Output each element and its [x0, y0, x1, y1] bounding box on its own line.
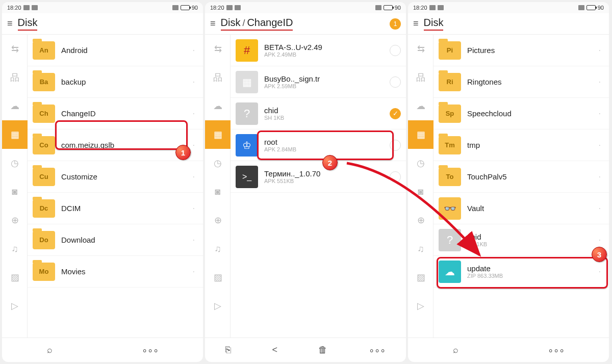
list-row[interactable]: 👓Vault·: [434, 193, 609, 224]
rail-video-icon[interactable]: ▷: [2, 292, 28, 320]
list-row[interactable]: Tmtmp·: [434, 129, 609, 161]
status-bar: 18:20 90: [205, 2, 406, 13]
rail-network-icon[interactable]: 品: [2, 63, 28, 92]
more-menu-icon[interactable]: ∘∘∘: [369, 345, 386, 356]
more-icon[interactable]: ·: [599, 77, 601, 87]
folder-icon: Tm: [439, 136, 461, 154]
bottom-toolbar: ⌕ ∘∘∘: [408, 337, 609, 362]
select-circle[interactable]: [390, 140, 401, 151]
rail-recent-icon[interactable]: ◷: [2, 149, 28, 177]
unknown-file-icon: ?: [236, 102, 258, 125]
list-row[interactable]: AnAndroid·: [28, 35, 203, 66]
more-icon[interactable]: ·: [599, 172, 601, 181]
rail-cloud-icon[interactable]: ☁: [2, 92, 28, 120]
rail-download-icon[interactable]: ⊕: [205, 206, 231, 235]
search-icon[interactable]: ⌕: [47, 345, 53, 355]
rail-download-icon[interactable]: ⊕: [408, 206, 434, 235]
battery-pct: 90: [598, 5, 604, 11]
rail-cloud-icon[interactable]: ☁: [408, 92, 434, 120]
more-icon[interactable]: ·: [599, 267, 601, 276]
list-row-changeid[interactable]: ChChangeID·: [28, 98, 203, 129]
more-icon[interactable]: ·: [599, 109, 601, 118]
rail-storage-icon[interactable]: ▦: [205, 120, 231, 149]
list-row-chid[interactable]: ?chidSH 1KB·: [434, 224, 609, 256]
list-row[interactable]: ▦BusyBo.._sign.trAPK 2.59MB: [231, 66, 406, 98]
rail-network-icon[interactable]: 品: [408, 63, 434, 92]
file-meta: APK 2.84MB: [264, 146, 390, 152]
more-icon[interactable]: ·: [599, 46, 601, 55]
list-row[interactable]: Babackup·: [28, 66, 203, 98]
rail-cloud-icon[interactable]: ☁: [205, 92, 231, 120]
rail-camera-icon[interactable]: ◙: [2, 177, 28, 206]
select-circle-checked[interactable]: ✓: [390, 108, 401, 119]
list-row[interactable]: RiRingtones·: [434, 66, 609, 98]
rail-music-icon[interactable]: ♫: [2, 235, 28, 263]
list-row[interactable]: DoDownload·: [28, 224, 203, 256]
more-icon[interactable]: ·: [193, 172, 195, 181]
more-icon[interactable]: ·: [599, 141, 601, 150]
rail-network-icon[interactable]: 品: [205, 63, 231, 92]
more-icon[interactable]: ·: [193, 141, 195, 150]
rail-storage-icon[interactable]: ▦: [2, 120, 28, 149]
list-row-chid[interactable]: ?chidSH 1KB✓: [231, 98, 406, 129]
rail-image-icon[interactable]: ▨: [205, 263, 231, 292]
hamburger-icon[interactable]: ≡: [210, 18, 216, 29]
more-icon[interactable]: ·: [599, 204, 601, 213]
move-icon[interactable]: ⎘: [225, 345, 231, 355]
file-name: tmp: [467, 141, 596, 149]
list-row[interactable]: ☁updateZIP 863.33MB·: [434, 256, 609, 288]
list-row[interactable]: Cocom.meizu.gslb·: [28, 129, 203, 161]
delete-icon[interactable]: 🗑: [318, 345, 327, 355]
breadcrumb[interactable]: Disk/ChangeID: [221, 17, 293, 31]
list-row[interactable]: >_Термин.._1.0.70APK 551KB: [231, 161, 406, 193]
rail-image-icon[interactable]: ▨: [408, 263, 434, 292]
rail-download-icon[interactable]: ⊕: [2, 206, 28, 235]
folder-icon: Sp: [439, 105, 461, 123]
list-row[interactable]: ♔rootAPK 2.84MB: [231, 129, 406, 161]
more-menu-icon[interactable]: ∘∘∘: [548, 345, 565, 356]
list-row[interactable]: PiPictures·: [434, 35, 609, 66]
more-menu-icon[interactable]: ∘∘∘: [142, 345, 159, 356]
rail-usb-icon[interactable]: ⇆: [408, 35, 434, 63]
rail-video-icon[interactable]: ▷: [205, 292, 231, 320]
hamburger-icon[interactable]: ≡: [7, 18, 13, 29]
hamburger-icon[interactable]: ≡: [413, 18, 419, 29]
list-row[interactable]: SpSpeechcloud·: [434, 98, 609, 129]
list-row[interactable]: MoMovies·: [28, 256, 203, 288]
more-icon[interactable]: ·: [599, 236, 601, 245]
more-icon[interactable]: ·: [193, 236, 195, 245]
select-circle[interactable]: [390, 45, 401, 56]
more-icon[interactable]: ·: [193, 204, 195, 213]
list-row[interactable]: ToTouchPalv5·: [434, 161, 609, 193]
rail-image-icon[interactable]: ▨: [2, 263, 28, 292]
more-icon[interactable]: ·: [193, 46, 195, 55]
more-icon[interactable]: ·: [193, 77, 195, 87]
more-icon[interactable]: ·: [193, 267, 195, 276]
rail-music-icon[interactable]: ♫: [408, 235, 434, 263]
rail-camera-icon[interactable]: ◙: [408, 177, 434, 206]
rail-recent-icon[interactable]: ◷: [205, 149, 231, 177]
more-icon[interactable]: ·: [193, 109, 195, 118]
file-name: BETA-S..U-v2.49: [264, 43, 390, 51]
list-row[interactable]: #BETA-S..U-v2.49APK 2.49MB: [231, 35, 406, 66]
breadcrumb-root[interactable]: Disk: [424, 17, 444, 31]
rail-recent-icon[interactable]: ◷: [408, 149, 434, 177]
share-icon[interactable]: <: [272, 345, 278, 355]
rail-storage-icon[interactable]: ▦: [408, 120, 434, 149]
list-row[interactable]: DcDCIM·: [28, 193, 203, 224]
battery-pct: 90: [395, 5, 401, 11]
select-circle[interactable]: [390, 171, 401, 183]
rail-usb-icon[interactable]: ⇆: [2, 35, 28, 63]
rail-music-icon[interactable]: ♫: [205, 235, 231, 263]
folder-icon: To: [439, 168, 461, 186]
list-row[interactable]: CuCustomize·: [28, 161, 203, 193]
rail-video-icon[interactable]: ▷: [408, 292, 434, 320]
rail-camera-icon[interactable]: ◙: [205, 177, 231, 206]
select-circle[interactable]: [390, 76, 401, 88]
file-name: chid: [467, 232, 596, 241]
archive-icon: ☁: [439, 261, 461, 283]
breadcrumb-root[interactable]: Disk: [18, 17, 38, 31]
rail-usb-icon[interactable]: ⇆: [205, 35, 231, 63]
search-icon[interactable]: ⌕: [453, 345, 458, 355]
file-list: PiPictures· RiRingtones· SpSpeechcloud· …: [434, 35, 609, 337]
